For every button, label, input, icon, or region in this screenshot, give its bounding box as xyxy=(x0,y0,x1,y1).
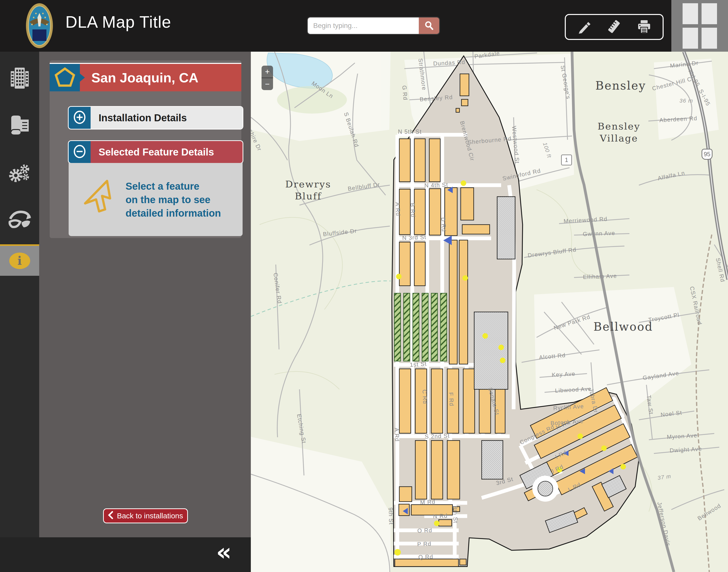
panel-card: San Joaquin, CA Installation Details xyxy=(50,60,241,238)
sidebar-item-settings[interactable] xyxy=(0,158,39,189)
apps-grid-icon xyxy=(682,3,717,49)
location-title-bar: San Joaquin, CA xyxy=(80,64,241,91)
collapse-panel-button[interactable]: « xyxy=(215,540,233,564)
search-input[interactable] xyxy=(308,17,419,34)
selected-feature-content: Select a feature on the map to see detai… xyxy=(69,163,242,236)
zoom-control: + − xyxy=(262,66,273,90)
apps-button[interactable] xyxy=(671,0,728,52)
search-button[interactable] xyxy=(419,17,439,34)
select-feature-hint: Select a feature on the map to see detai… xyxy=(126,180,221,220)
sidebar-item-info[interactable]: i xyxy=(0,244,39,276)
pentagon-icon-box xyxy=(50,64,80,91)
sidebar-item-installations[interactable] xyxy=(0,64,39,93)
measure-tool-button[interactable] xyxy=(605,18,623,36)
installation-details-accordion[interactable]: Installation Details xyxy=(69,107,242,129)
header-bar: DLA Map Title xyxy=(0,0,728,52)
sidebar-item-reports[interactable] xyxy=(0,111,39,141)
zoom-out-button[interactable]: − xyxy=(262,78,273,90)
pencil-icon xyxy=(576,19,592,35)
draw-tool-button[interactable] xyxy=(576,18,593,36)
basemap xyxy=(251,52,728,572)
pentagon-icon xyxy=(54,67,76,89)
dla-map-app: DLA Map Title xyxy=(0,0,728,572)
printer-icon xyxy=(636,19,652,35)
print-tool-button[interactable] xyxy=(635,18,653,36)
app-title: DLA Map Title xyxy=(65,12,171,31)
location-title: San Joaquin, CA xyxy=(91,70,199,85)
expand-icon-box xyxy=(69,107,91,129)
sidebar: i xyxy=(0,52,39,572)
select-cursor-icon xyxy=(81,178,118,221)
location-header: San Joaquin, CA xyxy=(50,63,241,91)
back-button-label: Back to installations xyxy=(117,512,183,520)
zoom-in-button[interactable]: + xyxy=(262,66,273,78)
sidebar-item-environment[interactable] xyxy=(0,206,39,236)
collapse-icon-box xyxy=(69,141,91,163)
search-icon xyxy=(424,21,434,31)
ruler-icon xyxy=(606,19,622,35)
circle-minus-icon xyxy=(73,144,87,159)
selected-feature-label: Selected Feature Details xyxy=(91,141,242,163)
panel-footer: « xyxy=(0,537,251,572)
eco-icon xyxy=(7,209,33,233)
search-bar xyxy=(308,17,439,34)
details-panel: San Joaquin, CA Installation Details xyxy=(39,52,251,537)
header-arrow-notch xyxy=(79,73,85,82)
gears-icon xyxy=(7,161,32,186)
back-to-installations-button[interactable]: Back to installations xyxy=(103,508,188,523)
map-toolbar xyxy=(565,14,664,40)
info-icon: i xyxy=(9,253,30,269)
selected-feature-accordion[interactable]: Selected Feature Details xyxy=(69,141,242,163)
dla-seal-logo xyxy=(25,2,54,49)
circle-plus-icon xyxy=(73,110,87,125)
chevron-left-icon xyxy=(108,511,113,521)
installation-details-label: Installation Details xyxy=(91,107,242,129)
map-canvas[interactable]: ParkdaleMarina DrDundas RdChester Hill C… xyxy=(251,52,728,572)
building-icon xyxy=(8,67,32,91)
report-icon xyxy=(8,114,32,138)
